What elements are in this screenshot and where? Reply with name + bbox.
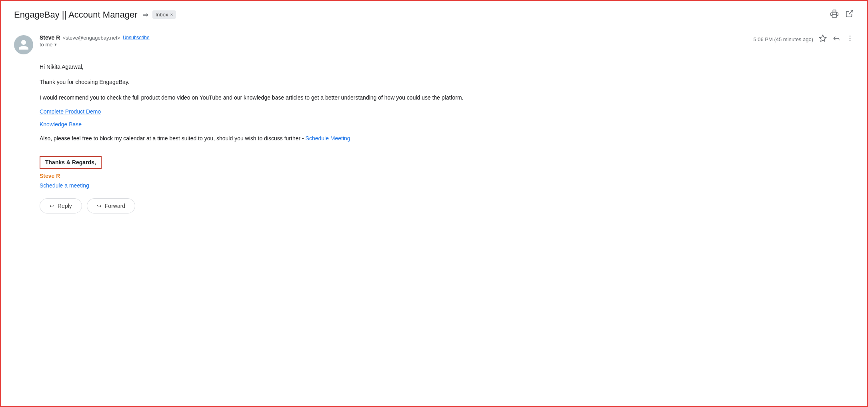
svg-point-4: [850, 36, 851, 37]
reply-btn-icon: ↩: [50, 203, 54, 209]
sig-meeting-link[interactable]: Schedule a meeting: [40, 182, 854, 189]
para3: Also, please feel free to block my calen…: [40, 134, 854, 143]
reply-button[interactable]: ↩ Reply: [40, 198, 82, 213]
to-me[interactable]: to me ▾: [40, 42, 150, 48]
para2: I would recommend you to check the full …: [40, 93, 854, 102]
reply-icon[interactable]: [832, 34, 840, 44]
svg-rect-0: [832, 15, 837, 17]
print-icon[interactable]: [830, 9, 839, 20]
sig-name: Steve R: [40, 173, 854, 179]
sender-left: Steve R <steve@engagebay.net> Unsubscrib…: [14, 34, 150, 54]
to-me-dropdown-icon: ▾: [54, 42, 57, 47]
signature-text: Thanks & Regards,: [45, 159, 96, 166]
forward-button[interactable]: ↪ Forward: [87, 198, 135, 213]
forward-btn-icon: ↪: [97, 203, 102, 209]
forward-btn-label: Forward: [105, 203, 125, 209]
email-title: EngageBay || Account Manager: [14, 10, 138, 20]
svg-rect-1: [833, 10, 836, 12]
para3-text: Also, please feel free to block my calen…: [40, 135, 306, 142]
sender-right: 5:06 PM (45 minutes ago): [753, 34, 854, 44]
complete-product-demo-link-block: Complete Product Demo: [40, 108, 854, 115]
header-actions: [830, 9, 854, 20]
complete-product-demo-link[interactable]: Complete Product Demo: [40, 108, 101, 115]
forward-arrow-icon: ⇒: [142, 10, 148, 19]
svg-line-2: [849, 10, 853, 14]
email-header: EngageBay || Account Manager ⇒ Inbox ×: [1, 1, 867, 25]
knowledge-base-link[interactable]: Knowledge Base: [40, 121, 82, 128]
sender-row: Steve R <steve@engagebay.net> Unsubscrib…: [14, 28, 854, 58]
inbox-badge: Inbox ×: [152, 10, 176, 19]
timestamp: 5:06 PM (45 minutes ago): [753, 36, 813, 42]
greeting: Hi Nikita Agarwal,: [40, 62, 854, 71]
svg-marker-3: [820, 35, 826, 42]
star-icon[interactable]: [819, 34, 827, 44]
external-link-icon[interactable]: [845, 9, 854, 20]
reply-btn-label: Reply: [58, 203, 72, 209]
sender-name-line: Steve R <steve@engagebay.net> Unsubscrib…: [40, 34, 150, 41]
para1: Thank you for choosing EngageBay.: [40, 78, 854, 86]
inbox-badge-close[interactable]: ×: [170, 12, 173, 18]
knowledge-base-link-block: Knowledge Base: [40, 121, 854, 128]
avatar: [14, 35, 33, 54]
svg-point-6: [850, 40, 851, 42]
unsubscribe-link[interactable]: Unsubscribe: [123, 35, 150, 40]
sender-info: Steve R <steve@engagebay.net> Unsubscrib…: [40, 34, 150, 48]
reply-forward-area: ↩ Reply ↪ Forward: [40, 198, 854, 213]
svg-point-5: [850, 38, 851, 39]
sender-name: Steve R: [40, 34, 60, 41]
email-content: Hi Nikita Agarwal, Thank you for choosin…: [40, 58, 854, 189]
schedule-meeting-link[interactable]: Schedule Meeting: [306, 135, 350, 142]
more-options-icon[interactable]: [846, 34, 854, 44]
email-body-area: Steve R <steve@engagebay.net> Unsubscrib…: [1, 25, 867, 221]
signature-box: Thanks & Regards,: [40, 156, 102, 169]
email-container: EngageBay || Account Manager ⇒ Inbox ×: [0, 0, 868, 407]
inbox-badge-label: Inbox: [156, 12, 168, 18]
sender-email: <steve@engagebay.net>: [62, 35, 120, 41]
